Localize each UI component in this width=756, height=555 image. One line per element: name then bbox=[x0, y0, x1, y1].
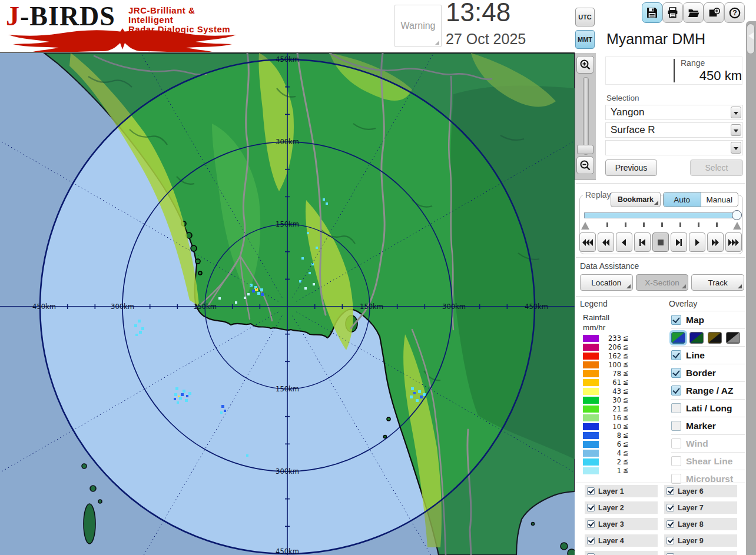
product-dropdown[interactable]: Surface R bbox=[605, 122, 743, 138]
radar-map[interactable]: 450km 300km 150km 150km 300km 450km 450k… bbox=[0, 53, 575, 555]
legend-value: 16 bbox=[599, 414, 621, 422]
svg-text:300km: 300km bbox=[111, 303, 134, 311]
zoom-in-icon bbox=[579, 59, 591, 71]
checkbox[interactable] bbox=[587, 537, 595, 544]
select-button[interactable]: Select bbox=[690, 159, 743, 176]
transport-fast-forward-button[interactable] bbox=[707, 232, 724, 252]
jbirds-logo: J-BIRDS JRC-Brilliant & Intelligent Rada… bbox=[6, 1, 241, 52]
overlay-item[interactable]: Range / AZ bbox=[671, 381, 745, 399]
open-folder-button[interactable] bbox=[683, 2, 704, 23]
legend-color-swatch bbox=[583, 467, 599, 474]
overlay-item[interactable]: Marker bbox=[671, 417, 745, 434]
extra-dropdown[interactable] bbox=[605, 140, 743, 155]
transport-step-forward-button[interactable] bbox=[671, 232, 687, 252]
replay-range-start-marker[interactable] bbox=[581, 222, 589, 230]
layers-column-right: Layer 6 Layer 7 Layer 8 Layer 9 bbox=[664, 485, 737, 555]
checkbox[interactable] bbox=[671, 438, 681, 448]
transport-skip-forward-button[interactable] bbox=[725, 232, 742, 252]
checkbox[interactable] bbox=[671, 385, 681, 396]
legend-value: 4 bbox=[599, 449, 621, 457]
replay-range-end-marker[interactable] bbox=[733, 222, 741, 230]
chevron-down-icon[interactable] bbox=[731, 142, 741, 154]
selection-label: Selection bbox=[606, 94, 639, 102]
panel-scrollbar[interactable] bbox=[746, 21, 756, 555]
play-icon bbox=[692, 239, 702, 246]
checkbox[interactable] bbox=[587, 487, 595, 495]
legend-color-swatch bbox=[583, 335, 599, 342]
layer-toggle[interactable]: Layer 3 bbox=[585, 518, 658, 530]
chevron-down-icon[interactable] bbox=[731, 107, 741, 118]
layer-toggle[interactable]: Layer 4 bbox=[585, 534, 658, 547]
transport-stop-button[interactable] bbox=[652, 232, 669, 252]
transport-play-button[interactable] bbox=[689, 232, 705, 252]
manual-button[interactable]: Manual bbox=[701, 192, 738, 207]
warning-button[interactable]: Warning bbox=[394, 5, 442, 47]
transport-step-back-button[interactable] bbox=[634, 232, 651, 252]
export-image-icon bbox=[708, 7, 720, 19]
map-style-swatch[interactable] bbox=[726, 332, 740, 344]
layer-toggle[interactable] bbox=[585, 551, 658, 555]
data-assistance-button[interactable]: Location bbox=[580, 274, 633, 291]
save-button[interactable] bbox=[642, 2, 662, 23]
transport-fast-rewind-button[interactable] bbox=[579, 232, 596, 252]
data-assistance-button[interactable]: X-Section bbox=[636, 274, 689, 291]
map-style-swatch[interactable] bbox=[689, 332, 704, 344]
overlay-item[interactable]: Line bbox=[671, 346, 745, 364]
overlay-item[interactable]: Lati / Long bbox=[671, 399, 745, 417]
transport-play-reverse-button[interactable] bbox=[616, 232, 632, 252]
replay-slider-thumb[interactable] bbox=[732, 210, 742, 220]
mmt-button[interactable]: MMT bbox=[575, 30, 595, 49]
overlay-item[interactable]: Border bbox=[671, 364, 745, 381]
checkbox[interactable] bbox=[587, 520, 595, 528]
checkbox[interactable] bbox=[671, 421, 681, 431]
checkbox[interactable] bbox=[671, 315, 681, 325]
zoom-in-button[interactable] bbox=[576, 56, 594, 74]
checkbox[interactable] bbox=[671, 350, 681, 360]
layer-toggle[interactable]: Layer 8 bbox=[664, 518, 737, 530]
radar-map-canvas: 450km 300km 150km 150km 300km 450km 450k… bbox=[0, 53, 575, 555]
replay-tick bbox=[716, 222, 718, 227]
collapse-panel-icon[interactable] bbox=[748, 32, 754, 39]
auto-button[interactable]: Auto bbox=[664, 192, 701, 207]
data-assistance-button[interactable]: Track bbox=[691, 274, 744, 291]
lte-symbol: ≦ bbox=[623, 387, 628, 395]
zoom-out-button[interactable] bbox=[576, 157, 594, 174]
previous-button[interactable]: Previous bbox=[605, 159, 657, 176]
layer-toggle[interactable]: Layer 9 bbox=[664, 534, 737, 547]
checkbox[interactable] bbox=[667, 504, 674, 511]
map-style-swatch[interactable] bbox=[671, 332, 685, 344]
lte-symbol: ≦ bbox=[623, 334, 628, 342]
checkbox[interactable] bbox=[671, 368, 681, 378]
print-button[interactable] bbox=[662, 2, 683, 23]
layer-toggle[interactable]: Layer 7 bbox=[664, 501, 737, 514]
overlay-item[interactable]: Shear Line bbox=[671, 452, 745, 470]
legend-entry: 100 ≦ bbox=[583, 360, 648, 369]
replay-slider-track[interactable] bbox=[584, 212, 738, 218]
overlay-item[interactable]: Wind bbox=[671, 434, 745, 452]
checkbox[interactable] bbox=[667, 520, 674, 528]
separator bbox=[576, 183, 745, 184]
layer-toggle[interactable]: Layer 2 bbox=[585, 501, 658, 514]
utc-button[interactable]: UTC bbox=[575, 8, 595, 26]
bookmark-button[interactable]: Bookmark bbox=[611, 192, 661, 207]
layer-toggle[interactable]: Layer 6 bbox=[664, 485, 737, 497]
layer-toggle[interactable]: Layer 1 bbox=[585, 485, 658, 497]
layer-toggle[interactable] bbox=[664, 551, 737, 555]
export-image-button[interactable] bbox=[704, 2, 724, 23]
checkbox[interactable] bbox=[667, 537, 674, 544]
transport-rewind-button[interactable] bbox=[598, 232, 614, 252]
site-dropdown[interactable]: Yangon bbox=[605, 105, 743, 120]
map-style-swatch[interactable] bbox=[708, 332, 722, 344]
help-button[interactable]: ? bbox=[724, 2, 745, 23]
checkbox[interactable] bbox=[667, 487, 674, 495]
legend-color-swatch bbox=[583, 450, 599, 457]
zoom-slider-track[interactable] bbox=[583, 77, 589, 155]
checkbox[interactable] bbox=[587, 504, 595, 511]
overlay-title: Overlay bbox=[669, 299, 697, 308]
chevron-down-icon[interactable] bbox=[731, 124, 741, 136]
legend-value: 61 bbox=[599, 378, 621, 387]
checkbox[interactable] bbox=[671, 403, 681, 413]
zoom-slider-thumb[interactable] bbox=[577, 145, 593, 154]
checkbox[interactable] bbox=[671, 456, 681, 466]
overlay-item-map[interactable]: Map bbox=[671, 311, 745, 328]
